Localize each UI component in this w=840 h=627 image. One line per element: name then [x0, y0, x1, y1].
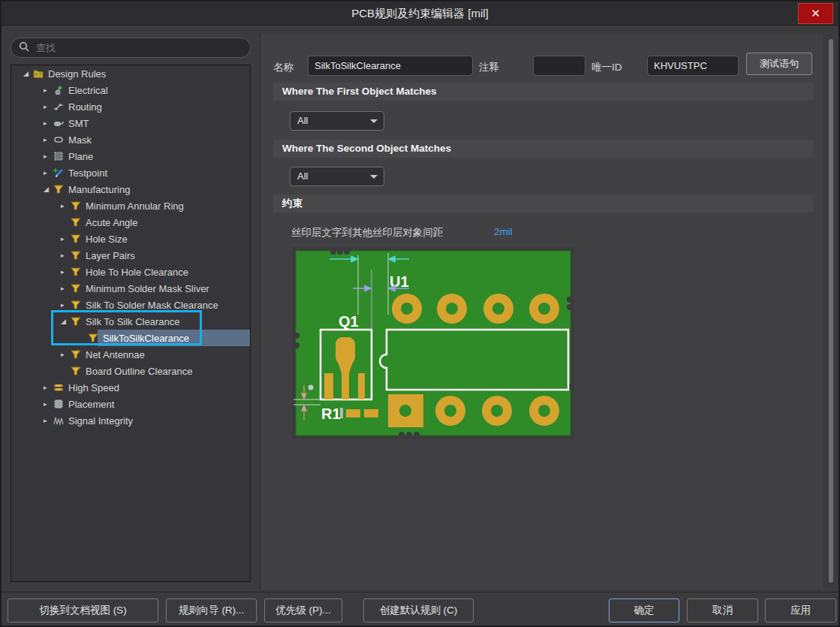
smt-icon [53, 118, 66, 128]
tree-item[interactable]: ▸Testpoint [11, 164, 250, 181]
tree-item[interactable]: ▸Mask [11, 131, 250, 148]
tree-item-label: Minimum Solder Mask Sliver [86, 283, 209, 294]
electrical-icon [53, 85, 66, 95]
name-label: 名称 [273, 61, 294, 74]
switch-to-document-view-button[interactable]: 切换到文档视图 (S) [8, 598, 158, 622]
right-panel-scrollbar[interactable] [829, 38, 833, 588]
clearance-constraint-label: 丝印层文字到其他丝印层对象间距 [291, 226, 444, 240]
tree-item[interactable]: SilkToSilkClearance [11, 330, 250, 346]
priorities-button[interactable]: 优先级 (P)... [264, 598, 342, 622]
r1-designator: R1 [321, 405, 341, 422]
collapse-arrow-icon[interactable]: ▸ [44, 119, 53, 127]
scrollbar-thumb[interactable] [829, 39, 833, 583]
tree-item-label: Design Rules [48, 68, 106, 80]
rule-wizard-button[interactable]: 规则向导 (R)... [166, 598, 257, 622]
tree-item-label: Mask [68, 134, 92, 146]
ok-button[interactable]: 确定 [609, 598, 679, 622]
tree-item[interactable]: ▸Silk To Solder Mask Clearance [11, 297, 250, 313]
tree-item[interactable]: ◢Design Rules [11, 65, 250, 82]
tree-item[interactable]: ◢Manufacturing [11, 181, 250, 197]
search-box[interactable] [11, 38, 251, 58]
first-object-matches-header: Where The First Object Matches [273, 83, 813, 101]
collapse-arrow-icon[interactable]: ▸ [44, 103, 53, 110]
cancel-button[interactable]: 取消 [687, 598, 758, 622]
tree-item-label: Silk To Solder Mask Clearance [86, 300, 218, 311]
collapse-arrow-icon[interactable]: ▸ [61, 301, 71, 309]
tree-item-label: Minimum Annular Ring [86, 200, 184, 212]
second-object-matches-header: Where The Second Object Matches [273, 140, 813, 158]
expand-arrow-icon[interactable]: ◢ [23, 70, 33, 77]
signal-integrity-icon [53, 415, 66, 426]
plane-icon [53, 151, 66, 161]
clearance-constraint-value[interactable]: 2mil [494, 226, 513, 237]
close-button[interactable]: ✕ [798, 3, 833, 24]
tree-item-label: SMT [68, 118, 89, 129]
tree-item-label: Testpoint [68, 167, 107, 179]
rule-tree: ◢Design Rules▸Electrical▸Routing▸SMT▸Mas… [11, 65, 251, 582]
title-bar: PCB规则及约束编辑器 [mil] ✕ [2, 2, 838, 26]
collapse-arrow-icon[interactable]: ▸ [61, 202, 71, 210]
collapse-arrow-icon[interactable]: ▸ [61, 235, 71, 243]
tree-item[interactable]: ▸Placement [11, 396, 250, 412]
manufacturing-rule-icon [71, 300, 83, 310]
tree-item[interactable]: ◢Silk To Silk Clearance [11, 313, 250, 330]
design-rules-folder-icon [33, 68, 46, 79]
tree-item[interactable]: ▸SMT [11, 115, 250, 131]
tree-item[interactable]: ▸Plane [11, 148, 250, 164]
test-query-button[interactable]: 测试语句 [746, 53, 812, 75]
close-icon: ✕ [811, 7, 820, 20]
origin-dot [309, 385, 314, 390]
comment-label: 注释 [479, 61, 499, 74]
tree-item[interactable]: ▸Hole Size [11, 231, 250, 247]
collapse-arrow-icon[interactable]: ▸ [44, 152, 53, 160]
tree-item[interactable]: ▸Layer Pairs [11, 247, 250, 264]
expand-arrow-icon[interactable]: ◢ [44, 185, 53, 193]
manufacturing-rule-icon [71, 366, 83, 376]
second-object-scope-value: All [297, 170, 308, 182]
tree-item-label: Manufacturing [68, 184, 130, 195]
tree-item[interactable]: Acute Angle [11, 214, 250, 231]
unique-id-input[interactable] [647, 56, 739, 76]
second-object-scope-dropdown[interactable]: All [290, 167, 384, 186]
tree-item-label: Silk To Silk Clearance [86, 316, 179, 327]
tree-item[interactable]: ▸Minimum Solder Mask Sliver [11, 280, 250, 297]
unique-id-label: 唯一ID [592, 61, 622, 74]
collapse-arrow-icon[interactable]: ▸ [44, 400, 53, 408]
tree-item[interactable]: ▸High Speed [11, 379, 250, 396]
tree-item-label: Hole Size [86, 234, 128, 245]
collapse-arrow-icon[interactable]: ▸ [61, 268, 71, 276]
collapse-arrow-icon[interactable]: ▸ [44, 384, 53, 391]
constraints-header: 约束 [273, 194, 813, 213]
collapse-arrow-icon[interactable]: ▸ [44, 86, 53, 94]
tree-item-label: Plane [68, 151, 93, 162]
first-object-scope-dropdown[interactable]: All [290, 111, 384, 131]
collapse-arrow-icon[interactable]: ▸ [44, 136, 53, 143]
collapse-arrow-icon[interactable]: ▸ [44, 417, 53, 424]
comment-input[interactable] [533, 56, 586, 76]
tree-item[interactable]: Board Outline Clearance [11, 363, 250, 379]
rule-name-input[interactable] [308, 56, 473, 76]
chevron-down-icon [370, 119, 378, 123]
tree-item[interactable]: ▸Net Antennae [11, 346, 250, 363]
pcb-rules-editor-dialog: PCB规则及约束编辑器 [mil] ✕ ◢Design Rules▸Electr… [0, 0, 840, 627]
tree-item[interactable]: ▸Minimum Annular Ring [11, 197, 250, 214]
q1-designator: Q1 [339, 313, 359, 330]
search-input[interactable] [35, 41, 242, 54]
expand-arrow-icon[interactable]: ◢ [61, 318, 71, 325]
tree-item[interactable]: ▸Routing [11, 98, 250, 115]
tree-item-label: Placement [68, 399, 114, 410]
create-default-rules-button[interactable]: 创建默认规则 (C) [363, 598, 474, 622]
tree-item-label: Layer Pairs [86, 250, 135, 261]
tree-item[interactable]: ▸Electrical [11, 82, 250, 98]
tree-item[interactable]: ▸Hole To Hole Clearance [11, 264, 250, 280]
manufacturing-rule-icon [71, 200, 83, 211]
tree-item-label: Signal Integrity [68, 415, 133, 427]
apply-button[interactable]: 应用 [765, 598, 836, 622]
mask-icon [53, 134, 66, 145]
collapse-arrow-icon[interactable]: ▸ [61, 351, 71, 358]
collapse-arrow-icon[interactable]: ▸ [61, 252, 71, 259]
collapse-arrow-icon[interactable]: ▸ [44, 169, 53, 176]
manufacturing-rule-icon [53, 184, 66, 194]
tree-item[interactable]: ▸Signal Integrity [11, 412, 250, 429]
collapse-arrow-icon[interactable]: ▸ [61, 285, 71, 292]
